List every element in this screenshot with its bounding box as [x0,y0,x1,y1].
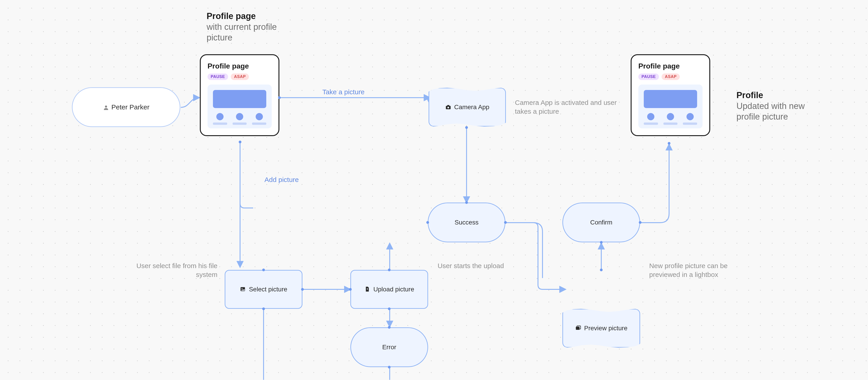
svg-rect-3 [447,105,450,106]
title-profile-page-strong: Profile page [207,11,297,22]
node-confirm[interactable]: Confirm [562,202,640,242]
card-title: Profile page [208,62,272,70]
port [262,308,265,310]
port [668,142,671,145]
port [465,201,468,204]
port [426,221,429,224]
port [465,126,468,129]
user-silhouette-icon [103,104,109,110]
port [504,221,507,224]
node-camera-app[interactable]: Camera App [429,88,506,127]
annotation-camera-activated: Camera App is activated and user takes a… [515,98,623,116]
svg-rect-6 [576,327,580,330]
port [388,326,391,329]
node-start-user[interactable]: Peter Parker [72,87,180,127]
card-title-2: Profile page [638,62,703,70]
svg-point-2 [447,107,449,108]
annotation-preview-lightbox: New profile picture can be previewed in … [649,261,746,279]
node-select-picture[interactable]: Select picture [225,270,303,309]
card-wireframe [208,85,272,128]
title-profile-page: Profile page with current profile pictur… [207,11,297,43]
image-select-icon [240,286,246,292]
preview-images-icon [575,325,581,331]
wireframe-hero [213,90,266,108]
node-confirm-label: Confirm [590,219,612,226]
node-error[interactable]: Error [350,327,428,367]
camera-icon [445,104,452,110]
node-success-label: Success [455,219,478,226]
badge-asap-2: ASAP [662,73,680,80]
card-badges-2: PAUSE ASAP [638,73,703,80]
card-profile-page-updated[interactable]: Profile page PAUSE ASAP [631,54,710,136]
port [639,221,642,224]
node-upload-picture-label: Upload picture [373,286,414,293]
svg-point-5 [242,288,243,289]
card-wireframe-2 [638,85,703,128]
node-error-label: Error [382,344,396,351]
node-success[interactable]: Success [428,202,505,242]
port [278,96,281,99]
badge-pause: PAUSE [208,73,228,80]
card-profile-page-current[interactable]: Profile page PAUSE ASAP [200,54,279,136]
annotation-user-starts-upload: User starts the upload [438,261,519,270]
port [388,308,391,310]
port [388,366,391,369]
upload-file-icon [364,286,371,292]
port [301,288,304,291]
node-preview-picture-label: Preview picture [584,325,627,332]
port [349,288,352,291]
badge-asap: ASAP [231,73,249,80]
title-profile-updated: Profile Updated with new profile picture [737,90,827,122]
title-profile-updated-sub: Updated with new profile picture [737,101,827,122]
edge-label-take-picture: Take a picture [322,88,365,96]
connections-layer [0,0,868,380]
svg-point-0 [105,105,107,107]
node-select-picture-label: Select picture [249,286,287,293]
port [600,268,602,271]
node-start-label: Peter Parker [112,103,149,111]
node-preview-picture[interactable]: Preview picture [562,309,640,348]
annotation-user-select-file: User select file from his file system [131,261,217,279]
node-camera-app-label: Camera App [454,103,489,111]
port [262,268,265,271]
badge-pause-2: PAUSE [638,73,659,80]
port [600,241,602,244]
port [388,268,391,271]
title-profile-updated-strong: Profile [737,90,827,101]
edge-label-add-picture: Add picture [265,176,299,184]
title-profile-page-sub: with current profile picture [207,22,297,43]
port [239,140,241,143]
node-upload-picture[interactable]: Upload picture [350,270,428,309]
wireframe-hero-2 [644,90,697,108]
card-badges: PAUSE ASAP [208,73,272,80]
